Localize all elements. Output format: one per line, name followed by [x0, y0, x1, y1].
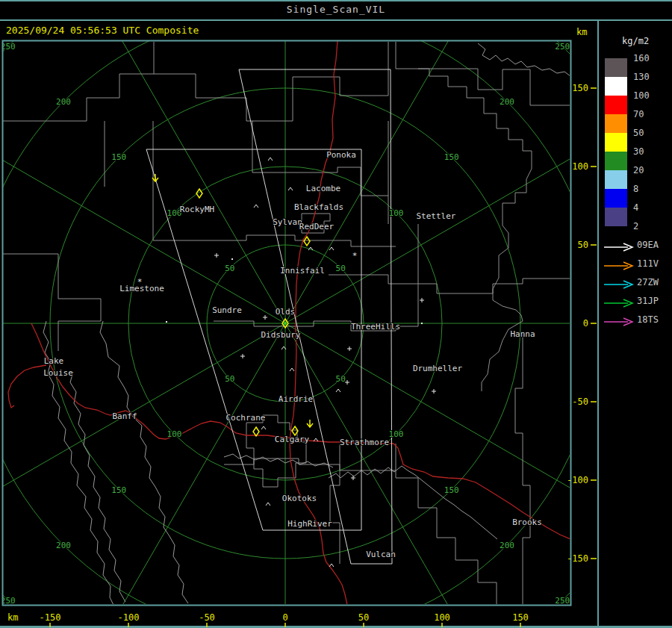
- range-ring-label: 200: [56, 541, 71, 550]
- color-scale-value: 20: [633, 165, 644, 175]
- color-scale-value: 8: [633, 184, 638, 194]
- bottom-axis-tick-label: 0: [282, 612, 287, 623]
- bottom-axis-tick-label: -50: [199, 612, 215, 623]
- town-star-marker: *: [352, 251, 358, 261]
- right-axis-tick-label: 0: [583, 318, 588, 329]
- right-axis-tick-label: -50: [572, 397, 588, 407]
- radar-arrow-icon: [603, 243, 635, 252]
- city-label: Airdrie: [279, 394, 313, 404]
- city-label: Strathmore: [340, 438, 389, 447]
- city-label: ThreeHills: [351, 322, 400, 332]
- town-dot-marker: [166, 321, 167, 323]
- right-axis-tick-label: 50: [578, 240, 588, 250]
- town-caret-marker: [288, 187, 293, 190]
- right-axis-tick-label: -150: [567, 553, 588, 564]
- city-label: RockyMH: [180, 205, 214, 214]
- radar-coverage-boundaries: [146, 69, 392, 564]
- radar-id-label: 27ZW: [637, 277, 659, 287]
- range-ring-label: 200: [500, 97, 514, 107]
- radar-arrow-icon: [603, 261, 635, 270]
- town-plus-marker: [263, 315, 267, 320]
- center-radar-icon: [284, 322, 287, 325]
- right-axis-tick-label: -100: [567, 475, 588, 485]
- city-label: Sylvan: [273, 217, 302, 227]
- color-scale-block: [605, 114, 627, 133]
- town-plus-marker: [432, 389, 436, 394]
- town-caret-marker: [308, 247, 313, 250]
- color-scale-value: 50: [633, 128, 644, 138]
- radar-id-label: 09EA: [637, 240, 659, 250]
- range-ring-label: 100: [389, 429, 404, 439]
- legend-divider-line: [597, 21, 599, 628]
- radar-id-label: 31JP: [637, 296, 659, 306]
- town-plus-marker: [240, 354, 245, 358]
- color-scale-block: [605, 170, 627, 189]
- range-ring-label: 50: [336, 374, 346, 384]
- town-caret-marker: [329, 564, 334, 567]
- legend-unit-label: kg/m2: [622, 36, 649, 46]
- city-label: Lacombe: [306, 184, 340, 193]
- color-scale-value: 70: [633, 109, 644, 119]
- city-label: Banff: [112, 411, 137, 421]
- range-ring-label: 150: [111, 152, 126, 162]
- bottom-axis-tick-label: 100: [434, 612, 450, 623]
- city-label: Limestone: [119, 284, 164, 293]
- town-caret-marker: [266, 503, 270, 506]
- city-labels: PonokaLacombeBlackfaldsSylvanRedDeerStet…: [43, 150, 542, 559]
- range-ring-label: 150: [444, 485, 459, 495]
- city-label: Okotoks: [282, 494, 317, 503]
- bottom-axis-tick-label: 150: [512, 612, 529, 623]
- radar-arrow-icon: [603, 317, 635, 326]
- color-scale-block: [605, 133, 627, 152]
- city-label: Calgary: [275, 435, 310, 444]
- radar-legend-row: 09EA: [603, 240, 635, 251]
- bottom-axis-unit: km: [7, 612, 18, 623]
- town-caret-marker: [254, 205, 258, 208]
- city-label: Olds: [276, 307, 296, 317]
- range-ring-label: 50: [336, 264, 346, 273]
- legend-panel: kg/m2 16013010070503020842 09EA111V27ZW3…: [600, 21, 672, 628]
- town-plus-marker: [347, 346, 352, 351]
- range-ring-label: 100: [167, 429, 182, 439]
- radar-legend-row: 18TS: [603, 315, 635, 326]
- town-caret-marker: [329, 247, 334, 250]
- town-plus-marker: [214, 253, 219, 258]
- town-caret-marker: [261, 426, 266, 429]
- city-label: Stettler: [417, 211, 456, 221]
- town-caret-marker: [290, 368, 294, 371]
- city-label: Lake: [44, 356, 64, 366]
- right-axis-tick-label: 150: [572, 83, 588, 93]
- radar-app-window: Single_Scan_VIL 2025/09/24 05:56:53 UTC …: [0, 0, 672, 628]
- city-label: Sundre: [212, 305, 242, 315]
- color-scale-block: [605, 96, 627, 114]
- city-label: Didsbury: [261, 330, 301, 340]
- bottom-axis-tick-label: 50: [358, 612, 369, 623]
- radar-legend-row: 27ZW: [603, 278, 635, 288]
- range-ring-label: 100: [389, 208, 404, 218]
- color-scale-block: [605, 152, 627, 170]
- city-label: Vulcan: [366, 550, 396, 559]
- city-label: Drumheller: [413, 364, 463, 373]
- radar-map[interactable]: 5050505010010010010015015015015020020020…: [0, 0, 672, 628]
- city-label: Louise: [43, 368, 73, 378]
- radar-id-label: 18TS: [637, 314, 659, 325]
- color-scale-block: [605, 208, 627, 226]
- city-label: Cochrane: [226, 413, 266, 423]
- radar-legend-row: 111V: [603, 259, 635, 270]
- right-axis-tick-label: 100: [572, 161, 588, 172]
- axis-scales: km150100500-50-100-150km-150-100-5005010…: [7, 27, 597, 627]
- color-scale-value: 4: [633, 202, 638, 213]
- radar-legend-row: 31JP: [603, 296, 635, 307]
- color-scale-value: 30: [633, 146, 644, 157]
- town-caret-marker: [336, 389, 340, 392]
- range-ring-label: 200: [500, 541, 514, 550]
- range-ring-label: 150: [111, 485, 126, 495]
- city-label: RedDeer: [299, 222, 335, 231]
- color-scale-value: 100: [633, 90, 650, 101]
- city-label: Blackfalds: [294, 202, 343, 212]
- city-label: Brooks: [512, 517, 542, 527]
- radar-arrow-icon: [603, 299, 635, 308]
- down-arrow-icon: [307, 420, 313, 427]
- range-ring-label: 50: [225, 374, 234, 384]
- color-scale-value: 2: [633, 221, 638, 231]
